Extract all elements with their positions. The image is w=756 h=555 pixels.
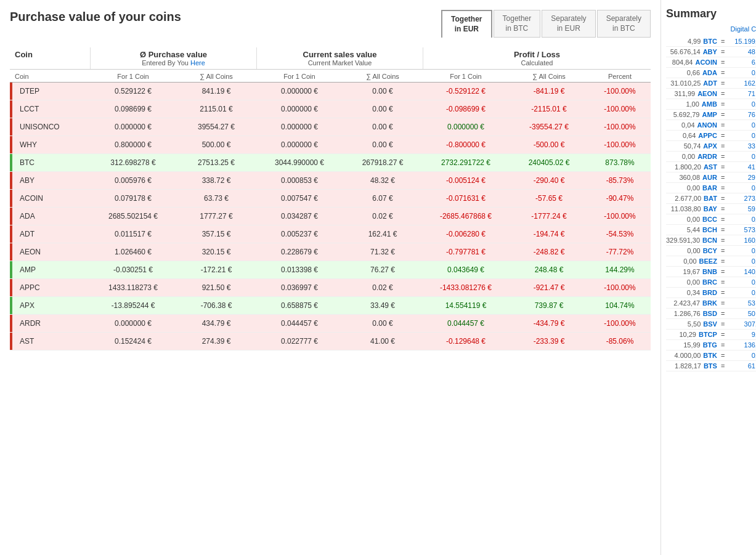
summary-row: 0,00BCY=0,00 € xyxy=(666,246,756,256)
summary-coin[interactable]: BTG xyxy=(702,341,718,349)
summary-coin[interactable]: BNB xyxy=(701,268,718,275)
summary-coin[interactable]: APPC xyxy=(697,132,718,139)
summary-value: 307,19 € xyxy=(727,320,756,328)
summary-coin[interactable]: BCY xyxy=(702,247,718,254)
summary-coin[interactable]: BAR xyxy=(701,184,718,192)
cell-pl1c: 14.554119 € xyxy=(423,300,509,311)
summary-coin[interactable]: ARDR xyxy=(696,153,718,160)
cell-p1c: 0.000000 € xyxy=(90,318,176,329)
cell-sall: 71.32 € xyxy=(343,246,423,257)
tab-separately-eur[interactable]: Separatelyin EUR xyxy=(542,10,595,38)
cell-coin: ABY xyxy=(10,175,90,186)
summary-coin[interactable]: BCC xyxy=(701,216,718,223)
summary-row: 4,99BTC=15.199,57 € xyxy=(666,36,756,47)
summary-coin[interactable]: BTK xyxy=(702,352,718,359)
cell-plall: -500.00 € xyxy=(509,139,589,150)
cell-sall: 0.00 € xyxy=(343,139,423,150)
summary-coin[interactable]: ACOIN xyxy=(694,59,718,66)
summary-eq: = xyxy=(720,90,726,97)
summary-eq: = xyxy=(720,362,726,370)
cell-pl1c: -0.005124 € xyxy=(423,175,509,186)
cell-coin: APX xyxy=(10,300,90,311)
summary-coin[interactable]: BSD xyxy=(702,310,718,317)
summary-coin[interactable]: AMP xyxy=(701,111,718,118)
summary-coin[interactable]: BTS xyxy=(702,362,718,370)
summary-coin[interactable]: BRK xyxy=(701,299,718,307)
summary-coin[interactable]: AST xyxy=(702,163,718,171)
summary-row: 5,44BCH=573,81 € xyxy=(666,225,756,235)
profit-sub: Calculated xyxy=(426,59,648,67)
summary-coin[interactable]: BTC xyxy=(702,38,718,45)
cell-pall: 2115.01 € xyxy=(176,103,256,115)
summary-coin[interactable]: BRC xyxy=(701,278,718,286)
summary-coin[interactable]: BSV xyxy=(702,320,718,328)
summary-coin[interactable]: ADT xyxy=(702,79,718,87)
cell-coin: AEON xyxy=(10,246,90,257)
header-row: Purchase value of your coins Togetherin … xyxy=(10,10,651,38)
summary-coin[interactable]: ADA xyxy=(701,69,718,76)
summary-eq: = xyxy=(720,289,726,296)
summary-coin[interactable]: BTCP xyxy=(697,331,718,338)
here-link[interactable]: Here xyxy=(190,59,205,67)
summary-coin[interactable]: BAT xyxy=(702,195,718,202)
summary-coin[interactable]: AEON xyxy=(696,90,718,97)
tab-together-eur[interactable]: Togetherin EUR xyxy=(441,10,492,38)
summary-eq: = xyxy=(720,331,726,338)
summary-coin[interactable]: AUR xyxy=(701,174,718,181)
summary-eq: = xyxy=(720,278,726,286)
summary-coin[interactable]: BCH xyxy=(701,226,718,233)
summary-coin[interactable]: BRD xyxy=(701,289,718,296)
purchase-sub: Entered By You Here xyxy=(93,59,254,67)
cell-pl1c: -0.006280 € xyxy=(423,229,509,240)
sub-headers: Coin For 1 Coin ∑ All Coins For 1 Coin ∑… xyxy=(10,71,651,83)
cell-plall: -248.82 € xyxy=(509,246,589,257)
summary-row: 0,00BAR=0,00 € xyxy=(666,183,756,193)
cell-pall: 921.50 € xyxy=(176,282,256,293)
row-indicator xyxy=(10,118,12,136)
summary-value: 41,00 € xyxy=(727,163,756,171)
table-row: APPC1433.118273 €921.50 €0.036997 €0.02 … xyxy=(10,279,651,297)
summary-eq: = xyxy=(720,132,726,139)
summary-row: 0,04ANON=0,01 € xyxy=(666,120,756,131)
summary-coin[interactable]: APX xyxy=(702,142,718,150)
summary-row: 0,00BCC=0,00 € xyxy=(666,214,756,225)
summary-amount: 0,04 xyxy=(666,121,695,129)
summary-coin[interactable]: BEEZ xyxy=(698,257,718,265)
tab-together-btc[interactable]: Togetherin BTC xyxy=(494,10,541,38)
summary-value: 29,03 € xyxy=(727,174,756,181)
summary-amount: 19,67 xyxy=(666,268,700,275)
table-body: DTEP0.529122 €841.19 €0.000000 €0.00 €-0… xyxy=(10,83,651,350)
cell-pall: 434.79 € xyxy=(176,318,256,329)
summary-row: 4.000,00BTK=0,04 € xyxy=(666,350,756,361)
cell-pl1c: -0.800000 € xyxy=(423,139,509,150)
summary-coin[interactable]: BCN xyxy=(701,237,718,244)
summary-amount: 1,00 xyxy=(666,100,699,108)
table-row: ABY0.005976 €338.72 €0.000853 €48.32 €-0… xyxy=(10,172,651,190)
table-row: ACOIN0.079178 €63.73 €0.007547 €6.07 €-0… xyxy=(10,190,651,208)
summary-coin[interactable]: BAY xyxy=(702,205,718,213)
col-group-headers: Coin Ø Purchase value Entered By You Her… xyxy=(10,47,651,70)
cell-pl1c: 2732.291722 € xyxy=(423,157,509,168)
table-row: LCCT0.098699 €2115.01 €0.000000 €0.00 €-… xyxy=(10,100,651,118)
summary-eq: = xyxy=(720,79,726,87)
summary-amount: 10,29 xyxy=(666,331,696,338)
tabs-container: Togetherin EUR Togetherin BTC Separately… xyxy=(441,10,651,38)
table-row: APX-13.895244 €-706.38 €0.658875 €33.49 … xyxy=(10,297,651,315)
summary-value: 0,04 € xyxy=(727,352,756,359)
row-indicator xyxy=(10,83,12,100)
tab-separately-btc[interactable]: Separatelyin BTC xyxy=(597,10,651,38)
summary-coin[interactable]: ABY xyxy=(702,48,718,55)
summary-eq: = xyxy=(720,320,726,328)
summary-value: 0,00 € xyxy=(727,257,756,265)
summary-value: 53,50 € xyxy=(727,299,756,307)
summary-amount: 11.038,80 xyxy=(666,205,701,213)
cell-pct: 144.29% xyxy=(589,264,651,275)
cell-s1c: 0.034287 € xyxy=(256,211,343,222)
summary-amount: 0,00 xyxy=(666,247,701,254)
summary-eq: = xyxy=(720,142,726,150)
summary-coin[interactable]: ANON xyxy=(696,121,718,129)
cell-pct: -77.72% xyxy=(589,246,651,257)
summary-coin[interactable]: AMB xyxy=(701,100,718,108)
table-row: AST0.152424 €274.39 €0.022777 €41.00 €-0… xyxy=(10,333,651,350)
cell-sall: 6.07 € xyxy=(343,193,423,204)
